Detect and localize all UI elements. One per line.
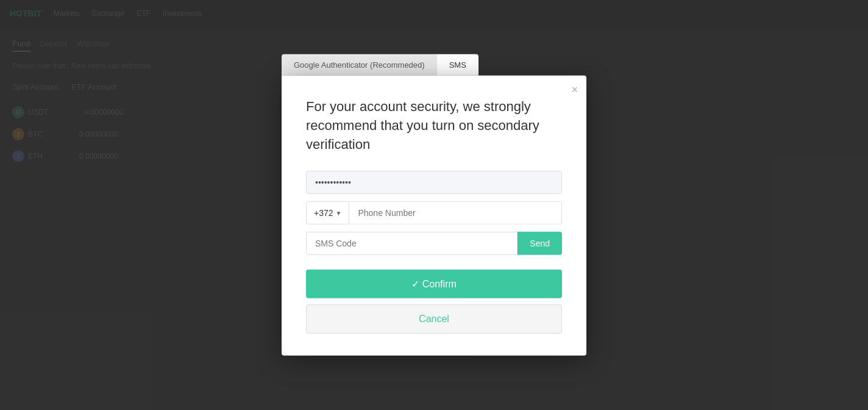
send-button[interactable]: Send bbox=[518, 232, 562, 255]
phone-input[interactable] bbox=[349, 201, 562, 225]
sms-tab-label: SMS bbox=[449, 60, 466, 70]
google-auth-label: Google Authenticator bbox=[294, 60, 368, 70]
chevron-down-icon: ▼ bbox=[336, 210, 342, 217]
tab-google-authenticator[interactable]: Google Authenticator (Recommeded) bbox=[282, 54, 437, 76]
modal-tab-bar: Google Authenticator (Recommeded) SMS bbox=[282, 54, 586, 76]
sms-row: Send bbox=[306, 232, 562, 255]
modal: Google Authenticator (Recommeded) SMS × … bbox=[282, 54, 586, 356]
phone-row: +372 ▼ bbox=[306, 201, 562, 225]
country-code-value: +372 bbox=[314, 208, 333, 218]
country-code-selector[interactable]: +372 ▼ bbox=[306, 201, 349, 225]
confirm-button[interactable]: ✓ Confirm bbox=[306, 270, 562, 298]
recommended-label: (Recommeded) bbox=[370, 60, 425, 70]
modal-body: × For your account security, we strongly… bbox=[282, 76, 586, 356]
close-button[interactable]: × bbox=[571, 84, 578, 95]
password-input[interactable] bbox=[306, 171, 562, 194]
modal-title: For your account security, we strongly r… bbox=[306, 98, 562, 154]
tab-sms[interactable]: SMS bbox=[437, 54, 478, 76]
sms-code-input[interactable] bbox=[306, 232, 518, 255]
cancel-button[interactable]: Cancel bbox=[306, 304, 562, 334]
